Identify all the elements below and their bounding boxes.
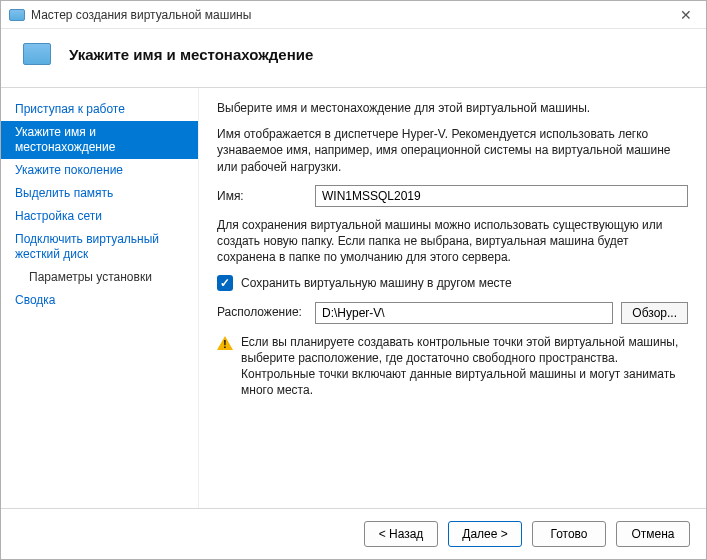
sidebar-step-generation[interactable]: Укажите поколение: [1, 159, 198, 182]
folder-help-text: Для сохранения виртуальной машины можно …: [217, 217, 688, 266]
finish-button[interactable]: Готово: [532, 521, 606, 547]
sidebar-step-disk[interactable]: Подключить виртуальный жесткий диск: [1, 228, 198, 266]
intro-text: Выберите имя и местонахождение для этой …: [217, 100, 688, 116]
store-elsewhere-checkbox[interactable]: ✓: [217, 275, 233, 291]
wizard-body: Приступая к работе Укажите имя и местона…: [1, 88, 706, 508]
sidebar-step-summary[interactable]: Сводка: [1, 289, 198, 312]
app-icon: [9, 9, 25, 21]
warning-icon: [217, 336, 233, 350]
warning-text: Если вы планируете создавать контрольные…: [241, 334, 688, 399]
cancel-button[interactable]: Отмена: [616, 521, 690, 547]
name-input[interactable]: [315, 185, 688, 207]
footer: < Назад Далее > Готово Отмена: [1, 508, 706, 559]
browse-button[interactable]: Обзор...: [621, 302, 688, 324]
sidebar-step-network[interactable]: Настройка сети: [1, 205, 198, 228]
wizard-header: Укажите имя и местонахождение: [1, 29, 706, 88]
titlebar: Мастер создания виртуальной машины ✕: [1, 1, 706, 29]
store-elsewhere-label: Сохранить виртуальную машину в другом ме…: [241, 275, 512, 291]
next-button[interactable]: Далее >: [448, 521, 522, 547]
monitor-icon: [23, 43, 51, 65]
sidebar-step-name-location[interactable]: Укажите имя и местонахождение: [1, 121, 198, 159]
close-icon[interactable]: ✕: [674, 3, 698, 27]
sidebar-step-memory[interactable]: Выделить память: [1, 182, 198, 205]
location-row: Расположение: Обзор...: [217, 302, 688, 324]
sidebar-step-start[interactable]: Приступая к работе: [1, 98, 198, 121]
window-title: Мастер создания виртуальной машины: [31, 8, 251, 22]
location-label: Расположение:: [217, 304, 307, 320]
page-title: Укажите имя и местонахождение: [69, 46, 313, 63]
store-elsewhere-row: ✓ Сохранить виртуальную машину в другом …: [217, 275, 688, 291]
warning-row: Если вы планируете создавать контрольные…: [217, 334, 688, 399]
sidebar: Приступая к работе Укажите имя и местона…: [1, 88, 199, 508]
name-help-text: Имя отображается в диспетчере Hyper-V. Р…: [217, 126, 688, 175]
sidebar-step-install-options[interactable]: Параметры установки: [1, 266, 198, 289]
name-row: Имя:: [217, 185, 688, 207]
name-label: Имя:: [217, 188, 307, 204]
wizard-window: Мастер создания виртуальной машины ✕ Ука…: [0, 0, 707, 560]
location-input[interactable]: [315, 302, 613, 324]
back-button[interactable]: < Назад: [364, 521, 438, 547]
content-area: Выберите имя и местонахождение для этой …: [199, 88, 706, 508]
